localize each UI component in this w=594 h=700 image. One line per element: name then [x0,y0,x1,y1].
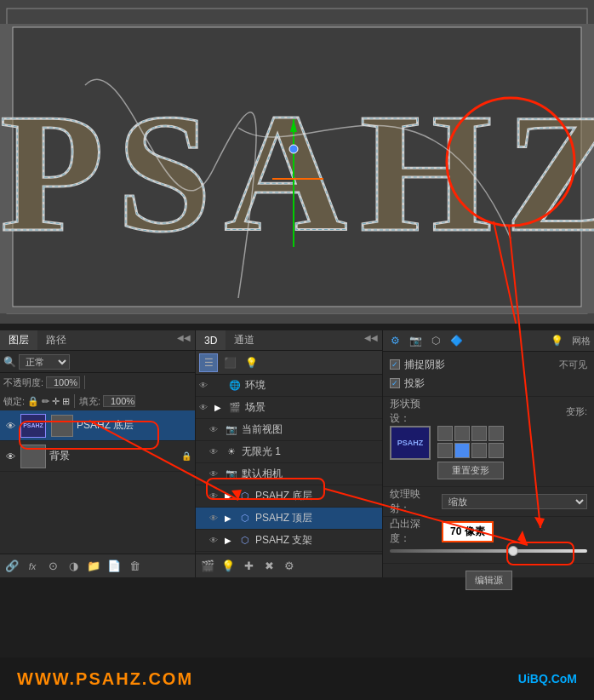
3d-item-top[interactable]: 👁 ▶ ⬡ PSAHZ 顶层 [196,508,382,530]
props-mesh-icon[interactable]: ⬡ [427,332,444,349]
3d-eye-scene[interactable]: 👁 [199,403,211,412]
props-shape-section: 形状预设： 变形: PSAHZ [383,397,594,487]
tab-channels[interactable]: 通道 [226,330,263,350]
3d-delete-btn[interactable]: ✖ [260,558,277,575]
grid-cell-7[interactable] [471,443,487,458]
lock-icon[interactable]: 🔒 [27,396,39,407]
3d-scene-btn[interactable]: 🎬 [199,558,216,575]
3d-settings-btn[interactable]: ⚙ [281,558,298,575]
3d-item-view[interactable]: 👁 📷 当前视图 [196,419,382,441]
3d-expand-top[interactable]: ▶ [225,514,235,523]
3d-expand-support[interactable]: ▶ [225,536,235,545]
website-text: WWW.PSAHZ.COM [17,669,193,689]
threed-toolbar: ☰ ⬛ 💡 [196,351,382,375]
3d-eye-bottom[interactable]: 👁 [209,491,221,501]
delete-layer-icon[interactable]: 🗑 [126,558,143,575]
new-layer-icon[interactable]: 📄 [106,558,123,575]
3d-expand-scene[interactable]: ▶ [214,403,225,412]
grid-cell-5[interactable] [437,443,453,458]
shape-thumb: PSAHZ [390,426,431,460]
threed-panel: 3D 通道 ◀◀ ☰ ⬛ 💡 👁 🌐 环境 👁 ▶ [196,330,383,577]
cast-shadow-checkbox[interactable]: ✓ [390,378,400,388]
tab-3d[interactable]: 3D [196,330,226,350]
grid-cell-3[interactable] [471,426,487,441]
threed-panel-tabs: 3D 通道 ◀◀ [196,330,382,351]
panels-area: 图层 路径 ◀◀ 🔍 正常 不透明度: 锁定: 🔒 ✏ ✛ ⊞ [0,330,594,577]
3d-eye-light[interactable]: 👁 [209,447,221,456]
3d-eye-support[interactable]: 👁 [209,536,221,545]
3d-item-camera[interactable]: 👁 📷 默认相机 [196,463,382,485]
3d-item-env[interactable]: 👁 🌐 环境 [196,375,382,397]
threed-bottom-bar: 🎬 💡 ✚ ✖ ⚙ [196,554,382,577]
texture-select[interactable]: 缩放 [442,494,587,509]
capture-shadow-checkbox[interactable]: ✓ [390,359,400,370]
fx-icon[interactable]: fx [24,558,41,575]
layer-name-1: PSAHZ 底层 [77,418,191,433]
lock-row: 锁定: 🔒 ✏ ✛ ⊞ 填充: [0,392,195,410]
collapse-btn[interactable]: ◀◀ [177,333,191,342]
eye-icon-2[interactable]: 👁 [3,450,17,463]
grid-cell-6[interactable] [454,443,470,458]
3d-item-bottom[interactable]: 👁 ▶ ⬡ PSAHZ 底层 [196,485,382,508]
3d-scene-icon[interactable]: ⬛ [220,353,239,372]
tab-paths[interactable]: 路径 [37,330,75,350]
edit-source-btn[interactable]: 编辑源 [465,571,512,590]
3d-icon-support: ⬡ [238,534,252,548]
grid-cell-1[interactable] [437,426,453,441]
depth-row: 凸出深度： 70 像素 [390,520,587,542]
3d-icon-env: 🌐 [228,379,242,393]
svg-point-9 [289,145,298,153]
grid-cell-8[interactable] [488,443,504,458]
transform-grid [437,426,504,458]
search-icon: 🔍 [3,356,16,368]
3d-item-scene[interactable]: 👁 ▶ 🎬 场景 [196,397,382,419]
layer-mode-select[interactable]: 正常 [19,354,70,370]
link-icon[interactable]: 🔗 [3,558,20,575]
fill-input[interactable] [103,395,135,407]
props-camera-icon[interactable]: 📷 [407,332,424,349]
grid-cell-4[interactable] [488,426,504,441]
props-light-icon[interactable]: 💡 [548,332,565,349]
watermark-text: UiBQ.CoM [518,672,577,686]
depth-slider[interactable] [390,549,587,553]
layers-panel-tabs: 图层 路径 ◀◀ [0,330,195,351]
layers-panel: 图层 路径 ◀◀ 🔍 正常 不透明度: 锁定: 🔒 ✏ ✛ ⊞ [0,330,196,577]
layer-thumb-1: PSAHZ [20,414,46,438]
props-shadow-section: ✓ 捕捉阴影 不可见 ✓ 投影 [383,352,594,397]
threed-collapse-btn[interactable]: ◀◀ [364,333,378,342]
pen-icon[interactable]: ✏ [42,396,49,407]
props-gear-icon[interactable]: ⚙ [386,332,403,349]
properties-panel: ⚙ 📷 ⬡ 🔷 💡 网格 ✓ 捕捉阴影 不可见 ✓ 投影 [383,330,594,577]
eye-icon-1[interactable]: 👁 [3,419,17,433]
3d-icon-scene: 🎬 [228,401,242,415]
reset-transform-btn[interactable]: 重置变形 [437,462,504,479]
props-depth-section: 凸出深度： 70 像素 [383,517,594,564]
layer-item-psahz[interactable]: 👁 PSAHZ PSAHZ 底层 [0,410,195,441]
3d-eye-view[interactable]: 👁 [209,425,221,434]
adjustment-icon[interactable]: ◑ [65,558,82,575]
3d-eye-camera[interactable]: 👁 [209,469,221,479]
props-material-icon[interactable]: 🔷 [448,332,465,349]
artboard-icon[interactable]: ⊞ [62,396,70,407]
tab-layers[interactable]: 图层 [0,330,37,350]
depth-value[interactable]: 70 像素 [442,521,494,542]
move-icon[interactable]: ✛ [52,396,60,407]
3d-list-icon[interactable]: ☰ [199,353,218,372]
opacity-input[interactable] [46,376,80,388]
3d-add-btn[interactable]: ✚ [240,558,257,575]
svg-text:PSAHZ: PSAHZ [0,78,594,267]
3d-item-light[interactable]: 👁 ☀ 无限光 1 [196,441,382,463]
opacity-row: 不透明度: [0,373,195,392]
grid-cell-2[interactable] [454,426,470,441]
cast-shadow-row: ✓ 投影 [390,374,587,393]
3d-eye-top[interactable]: 👁 [209,514,221,523]
3d-item-support[interactable]: 👁 ▶ ⬡ PSAHZ 支架 [196,530,382,552]
folder-icon[interactable]: 📁 [85,558,102,575]
3d-light-btn[interactable]: 💡 [220,558,237,575]
depth-slider-handle[interactable] [508,546,518,556]
3d-light-icon[interactable]: 💡 [242,353,260,372]
layer-item-bg[interactable]: 👁 背景 🔒 [0,441,195,472]
mask-icon[interactable]: ⊙ [44,558,61,575]
3d-eye-env[interactable]: 👁 [199,381,211,390]
3d-expand-bottom[interactable]: ▶ [225,491,235,501]
